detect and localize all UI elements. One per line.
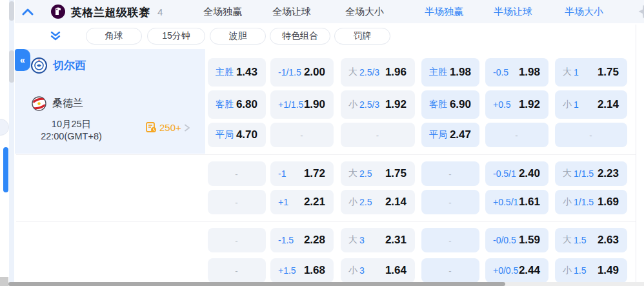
odds-value: 1.90 — [304, 98, 325, 111]
odds-cell[interactable]: +0/0.52.44 — [485, 258, 548, 283]
quick-filter-5[interactable]: 罚牌 — [334, 28, 390, 45]
odds-cell[interactable]: 大1/1.52.23 — [555, 161, 627, 186]
odds-value: 1.75 — [385, 167, 407, 180]
odds-value: 2.47 — [450, 128, 471, 141]
odds-value: 1.92 — [519, 98, 540, 111]
odds-label: +0.5 — [493, 99, 511, 110]
odds-cell[interactable]: 大11.75 — [555, 58, 627, 87]
scroll-position-indicator — [3, 147, 8, 192]
odds-value: 2.40 — [519, 167, 540, 180]
odds-value: 1.92 — [385, 98, 407, 111]
odds-cell[interactable]: +12.21 — [270, 190, 334, 214]
odds-label: 1.5 — [574, 265, 586, 276]
odds-cell[interactable]: -0/0.51.59 — [485, 228, 548, 252]
odds-cell[interactable]: 小12.14 — [555, 90, 627, 119]
league-match-count: 4 — [157, 6, 163, 17]
odds-value: 1.72 — [304, 167, 325, 180]
odds-cell[interactable]: 大2.5/31.96 — [341, 58, 415, 87]
odds-cell[interactable]: -0.51.98 — [485, 58, 548, 87]
odds-cell[interactable]: 大1.52.63 — [555, 228, 627, 252]
odds-cell[interactable]: 小1.51.49 — [555, 258, 627, 283]
home-team-badge — [31, 57, 47, 74]
edge-floating-button[interactable] — [0, 119, 9, 136]
odds-cell[interactable]: 大32.31 — [341, 228, 415, 252]
odds-cell[interactable]: +1/1.51.90 — [270, 90, 334, 119]
odds-label: -1/1.5 — [278, 67, 301, 77]
premier-league-logo — [51, 5, 65, 19]
market-tab-1[interactable]: 全场独赢 — [203, 6, 242, 18]
odds-value: 1.96 — [385, 66, 407, 79]
odds-label: +1/1.5 — [278, 99, 303, 110]
odds-value: 1.64 — [385, 264, 407, 277]
quick-filter-3[interactable]: 波胆 — [210, 28, 266, 45]
market-tab-6[interactable]: 半场大小 — [565, 6, 603, 18]
odds-value: 1.69 — [598, 196, 619, 209]
odds-cell[interactable]: +0.51.92 — [485, 90, 548, 119]
odds-cell[interactable]: 小1/1.51.69 — [555, 190, 627, 214]
odds-cell[interactable]: 小2.5/31.92 — [341, 90, 415, 119]
odds-cell: - — [341, 123, 415, 147]
odds-empty: - — [216, 266, 257, 276]
horizontal-scrollbar-thumb[interactable] — [8, 282, 505, 286]
odds-cell[interactable]: -0.5/12.40 — [485, 161, 548, 186]
odds-cell[interactable]: 客胜6.90 — [421, 90, 479, 119]
vertical-scrollbar-thumb-top[interactable] — [9, 1, 14, 21]
quick-filter-4[interactable]: 特色组合 — [270, 28, 330, 45]
scrollbar-corner — [0, 277, 8, 286]
collapse-sidebar-tab[interactable]: « — [15, 49, 30, 71]
odds-value: 1.61 — [519, 196, 540, 209]
odds-cell: - — [555, 123, 627, 147]
odds-cell[interactable]: 大2.51.75 — [341, 161, 415, 186]
odds-label: 1/1.5 — [574, 197, 594, 207]
odds-cell[interactable]: 客胜6.80 — [208, 90, 266, 119]
odds-label: 3 — [359, 235, 365, 245]
odds-line-prefix: 小 — [563, 265, 572, 276]
home-team-row[interactable]: 切尔西 — [31, 57, 86, 74]
odds-line-prefix: 小 — [563, 196, 572, 208]
odds-label: +0.5/1 — [493, 197, 518, 207]
odds-cell[interactable]: -1.52.28 — [270, 228, 334, 252]
markets-count: 250+ — [159, 122, 181, 133]
odds-label: 1.5 — [574, 235, 586, 245]
market-tab-2[interactable]: 全场让球 — [272, 6, 311, 18]
odds-cell[interactable]: 小2.52.14 — [341, 190, 415, 214]
odds-empty: - — [429, 198, 471, 207]
market-tab-4[interactable]: 半场独赢 — [425, 6, 463, 18]
expand-all-button[interactable] — [48, 30, 63, 43]
odds-label: 主胜 — [429, 66, 447, 78]
odds-cell[interactable]: 平局4.70 — [208, 123, 266, 147]
odds-line-prefix: 大 — [348, 168, 357, 179]
odds-label: 1 — [574, 67, 579, 77]
league-header-bar: 英格兰超级联赛 4 全场独赢全场让球全场大小半场独赢半场让球半场大小 — [15, 0, 644, 23]
home-team-name: 切尔西 — [53, 58, 86, 73]
odds-cell[interactable]: 主胜1.43 — [208, 58, 266, 87]
odds-empty: - — [348, 130, 407, 140]
odds-label: 客胜 — [216, 99, 234, 110]
odds-empty: - — [429, 266, 471, 276]
market-tab-5[interactable]: 半场让球 — [494, 6, 532, 18]
odds-cell[interactable]: -11.72 — [270, 161, 334, 186]
market-tab-3[interactable]: 全场大小 — [345, 6, 384, 18]
odds-value: 1.59 — [519, 234, 540, 247]
more-markets-link[interactable]: 250+ — [146, 122, 190, 133]
odds-cell[interactable]: +0.5/11.61 — [485, 190, 548, 214]
quick-filter-2[interactable]: 15分钟 — [147, 28, 205, 45]
collapse-league-button[interactable] — [20, 5, 35, 18]
odds-value: 1.49 — [598, 264, 619, 277]
vertical-scrollbar-track[interactable] — [9, 0, 14, 286]
odds-label: 1 — [574, 99, 579, 110]
odds-empty: - — [278, 130, 325, 140]
odds-line-prefix: 小 — [563, 99, 572, 110]
vertical-scrollbar-thumb[interactable] — [9, 50, 14, 83]
quick-filter-1[interactable]: 角球 — [86, 28, 142, 45]
odds-cell[interactable]: 主胜1.98 — [421, 58, 479, 87]
odds-value: 2.28 — [304, 234, 325, 247]
odds-cell[interactable]: 平局2.47 — [421, 123, 479, 147]
odds-cell[interactable]: 小31.64 — [341, 258, 415, 283]
odds-cell: - — [208, 161, 266, 186]
odds-cell[interactable]: -1/1.52.00 — [270, 58, 334, 87]
odds-cell[interactable]: +1.51.68 — [270, 258, 334, 283]
main-content: 英格兰超级联赛 4 全场独赢全场让球全场大小半场独赢半场让球半场大小 角球15分… — [15, 0, 644, 286]
away-team-row[interactable]: 桑德兰 — [32, 96, 83, 111]
favorite-star-icon[interactable] — [636, 5, 644, 19]
